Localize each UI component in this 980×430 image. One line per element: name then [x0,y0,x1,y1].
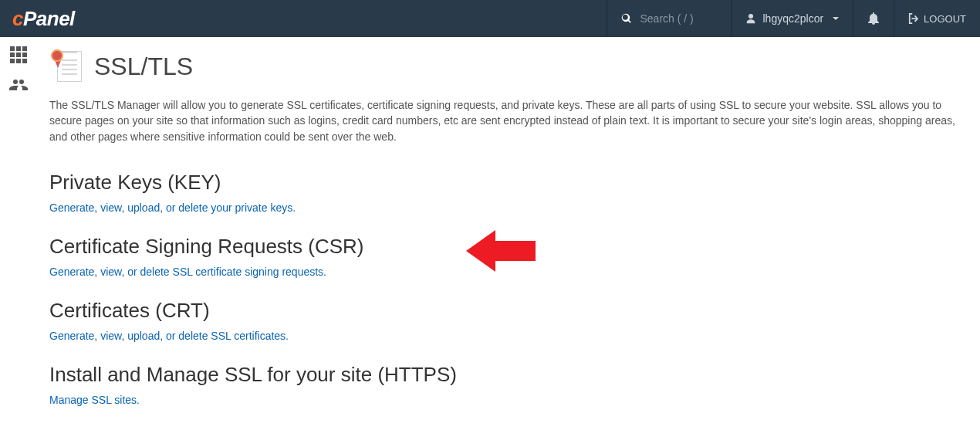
callout-arrow [466,230,536,272]
page-title: SSL/TLS [94,52,193,81]
section-private-keys: Private Keys (KEY) Generate, view, uploa… [49,171,966,215]
intro-text: The SSL/TLS Manager will allow you to ge… [49,97,966,144]
logout-button[interactable]: LOGOUT [894,0,980,37]
user-icon [745,13,756,24]
link-private-keys[interactable]: Generate, view, upload, or delete your p… [49,201,296,214]
nav-right: lhgyqc2plcor LOGOUT [607,0,980,37]
section-csr: Certificate Signing Requests (CSR) Gener… [49,235,966,279]
bell-icon [867,12,880,25]
brand-logo[interactable]: cPanel [0,7,607,31]
page-title-row: SSL/TLS [49,49,966,83]
brand-c: c [12,7,23,30]
caret-down-icon [833,17,839,20]
brand-rest: Panel [23,7,75,30]
logout-label: LOGOUT [924,13,966,25]
main-content: SSL/TLS The SSL/TLS Manager will allow y… [37,37,980,430]
top-navbar: cPanel lhgyqc2plcor LOGOUT [0,0,980,37]
section-install: Install and Manage SSL for your site (HT… [49,363,966,407]
grid-icon [10,46,27,63]
ssl-certificate-icon [49,49,83,83]
link-crt[interactable]: Generate, view, upload, or delete SSL ce… [49,330,289,342]
search-input[interactable] [640,12,717,25]
section-title-crt: Certificates (CRT) [49,299,966,323]
section-title-key: Private Keys (KEY) [49,171,966,195]
arrow-left-icon [466,230,536,272]
section-crt: Certificates (CRT) Generate, view, uploa… [49,299,966,343]
username-label: lhgyqc2plcor [762,12,823,25]
search-icon [621,13,632,24]
link-manage-ssl[interactable]: Manage SSL sites. [49,394,140,406]
sidebar [0,37,37,430]
sidebar-apps-button[interactable] [10,46,27,63]
user-menu[interactable]: lhgyqc2plcor [731,0,853,37]
users-icon [9,76,28,94]
sidebar-users-button[interactable] [9,76,28,97]
search-box[interactable] [607,0,731,37]
notifications-button[interactable] [853,0,894,37]
section-title-install: Install and Manage SSL for your site (HT… [49,363,966,387]
logout-icon [908,13,919,24]
link-csr[interactable]: Generate, view, or delete SSL certificat… [49,266,326,278]
